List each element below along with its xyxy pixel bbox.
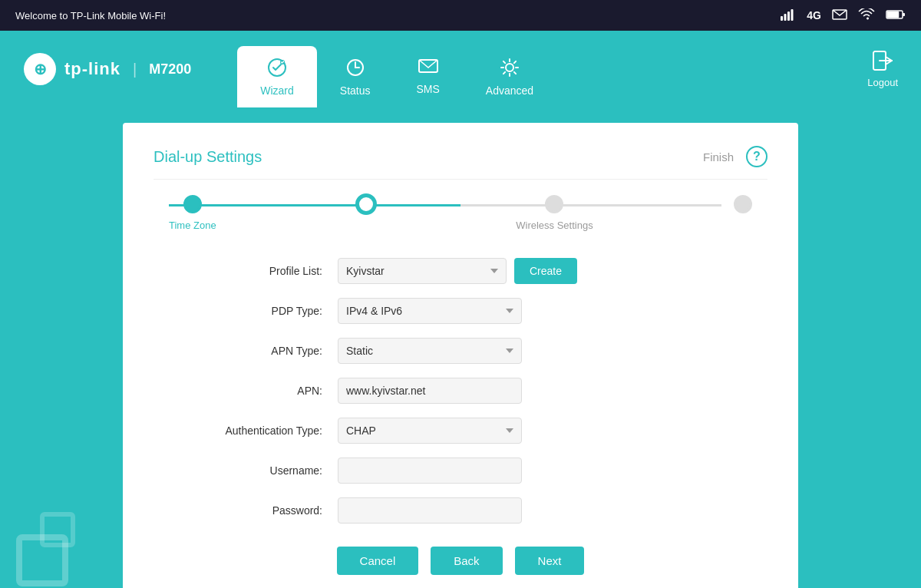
status-bar: Welcome to TP-Link Mobile Wi-Fi! 4G: [0, 0, 921, 31]
tab-status-label: Status: [340, 84, 371, 97]
svg-rect-2: [787, 12, 790, 21]
logo-icon: ⊕: [23, 52, 57, 86]
svg-rect-7: [903, 13, 905, 16]
advanced-icon: [500, 58, 520, 80]
button-row: Cancel Back Next: [154, 547, 768, 575]
apn-input[interactable]: [338, 378, 522, 404]
battery-icon: [886, 9, 906, 22]
progress-steps: Time Zone Wireless Settings: [154, 195, 768, 231]
logout-button[interactable]: Logout: [867, 50, 898, 88]
deco-shape-2: [38, 510, 77, 552]
settings-card: Dial-up Settings Finish ? Time Zone: [123, 123, 798, 588]
username-row: Username:: [184, 458, 737, 484]
apn-label: APN:: [184, 385, 338, 397]
tab-status[interactable]: Status: [317, 46, 394, 107]
profile-select-wrap: Kyivstar Create: [338, 258, 577, 284]
logout-icon: [872, 50, 893, 74]
main-content: Dial-up Settings Finish ? Time Zone: [0, 107, 921, 588]
welcome-text: Welcome to TP-Link Mobile Wi-Fi!: [15, 10, 166, 21]
tab-sms[interactable]: SMS: [394, 46, 463, 107]
network-label: 4G: [807, 9, 821, 21]
step-dot-1: [183, 195, 202, 213]
mail-icon: [832, 9, 847, 22]
username-label: Username:: [184, 464, 338, 477]
step-time-zone: Time Zone: [169, 195, 216, 231]
profile-list-select[interactable]: Kyivstar: [338, 258, 507, 284]
username-input[interactable]: [338, 458, 522, 484]
profile-list-label: Profile List:: [184, 265, 338, 277]
step-label-3: Wireless Settings: [516, 220, 593, 231]
sms-icon: [418, 59, 438, 78]
profile-list-row: Profile List: Kyivstar Create: [184, 258, 737, 284]
step-wireless: Wireless Settings: [516, 195, 593, 231]
password-row: Password:: [184, 497, 737, 524]
logo-text: tp-link: [64, 59, 120, 79]
tab-advanced[interactable]: Advanced: [463, 46, 556, 107]
tab-wizard-label: Wizard: [260, 84, 294, 97]
wifi-icon: [858, 8, 875, 23]
apn-type-select[interactable]: Static Dynamic: [338, 338, 522, 364]
form-area: Profile List: Kyivstar Create PDP Type: …: [154, 258, 768, 524]
back-button[interactable]: Back: [431, 547, 502, 575]
tab-advanced-label: Advanced: [486, 84, 533, 97]
step-label-1: Time Zone: [169, 220, 216, 231]
auth-type-label: Authentication Type:: [184, 424, 338, 437]
help-button[interactable]: ?: [746, 146, 768, 167]
step-dot-4: [734, 195, 752, 213]
status-icons: 4G: [781, 8, 906, 23]
auth-type-row: Authentication Type: CHAP PAP None: [184, 418, 737, 444]
apn-type-row: APN Type: Static Dynamic: [184, 338, 737, 364]
pdp-type-select[interactable]: IPv4 & IPv6 IPv4 IPv6: [338, 298, 522, 324]
svg-rect-3: [791, 9, 794, 21]
finish-link[interactable]: Finish: [703, 150, 734, 164]
cancel-button[interactable]: Cancel: [337, 547, 419, 575]
apn-type-label: APN Type:: [184, 345, 338, 357]
svg-rect-6: [888, 12, 899, 17]
progress-step-list: Time Zone Wireless Settings: [169, 195, 752, 231]
pdp-type-row: PDP Type: IPv4 & IPv6 IPv4 IPv6: [184, 298, 737, 324]
svg-rect-1: [784, 14, 787, 21]
svg-point-16: [506, 64, 513, 71]
step-end: [734, 195, 752, 231]
status-icon: [345, 58, 365, 80]
apn-row: APN:: [184, 378, 737, 404]
password-label: Password:: [184, 504, 338, 517]
svg-rect-20: [42, 514, 73, 545]
nav-tabs: Wizard Status SMS: [237, 31, 556, 107]
svg-rect-0: [781, 16, 783, 21]
next-button[interactable]: Next: [515, 547, 585, 575]
logout-label: Logout: [867, 77, 898, 88]
signal-icon: [781, 8, 796, 23]
password-input[interactable]: [338, 497, 522, 524]
wizard-icon: [267, 58, 287, 80]
tab-wizard[interactable]: Wizard: [237, 46, 317, 107]
card-header: Dial-up Settings Finish ?: [154, 146, 768, 180]
step-dot-2: [357, 195, 375, 213]
logo-divider: |: [133, 61, 137, 78]
model-name: M7200: [149, 61, 191, 78]
step-dot-3: [545, 195, 563, 213]
pdp-type-label: PDP Type:: [184, 305, 338, 317]
create-button[interactable]: Create: [514, 258, 577, 284]
header: ⊕ tp-link | M7200 Wizard: [0, 31, 921, 107]
logo-area: ⊕ tp-link | M7200: [23, 52, 191, 86]
step-dialup: [357, 195, 375, 231]
auth-type-select[interactable]: CHAP PAP None: [338, 418, 522, 444]
card-title: Dial-up Settings: [154, 148, 262, 166]
tab-sms-label: SMS: [417, 83, 440, 95]
svg-text:⊕: ⊕: [34, 61, 47, 78]
